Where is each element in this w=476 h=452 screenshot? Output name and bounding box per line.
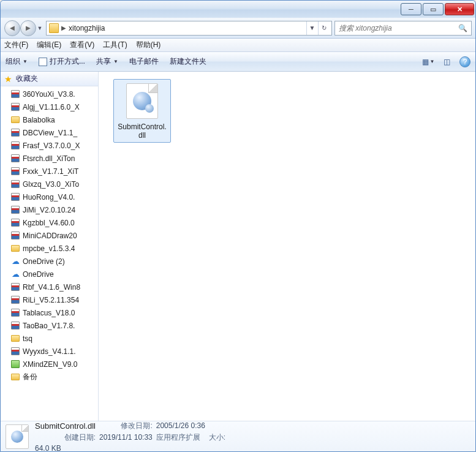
menu-bar: 文件(F) 编辑(E) 查看(V) 工具(T) 帮助(H)	[1, 39, 475, 52]
titlebar[interactable]: ─ ▭ ✕	[1, 1, 475, 18]
sidebar-item[interactable]: ☁OneDrive (2)	[1, 255, 98, 268]
maximize-button[interactable]: ▭	[423, 3, 444, 15]
rar-icon	[10, 309, 20, 317]
sidebar-item-label: DBCView_V1.1_	[23, 129, 77, 137]
email-button[interactable]: 电子邮件	[129, 56, 159, 67]
sidebar-item[interactable]: XMindZEN_V9.0	[1, 358, 98, 371]
details-size-value: 64.0 KB	[35, 444, 96, 453]
rar-icon	[10, 206, 20, 214]
help-button[interactable]: ?	[459, 56, 470, 67]
menu-tools[interactable]: 工具(T)	[103, 40, 127, 50]
sidebar-item[interactable]: Algj_V1.11.6.0_X	[1, 100, 98, 113]
rar-icon	[10, 193, 20, 202]
folder-icon	[10, 116, 20, 124]
folder-icon	[49, 23, 59, 33]
minimize-button[interactable]: ─	[401, 3, 421, 15]
cloud-icon: ☁	[10, 257, 20, 266]
details-create-label: 创建日期:	[53, 432, 96, 443]
address-text[interactable]: xitongzhijia	[69, 24, 304, 32]
share-button[interactable]: 共享▼	[96, 56, 118, 67]
menu-file[interactable]: 文件(F)	[4, 40, 28, 50]
sidebar-item-label: TaoBao_V1.7.8.	[23, 322, 75, 330]
sidebar-item[interactable]: MiniCADDraw20	[1, 229, 98, 242]
history-dropdown[interactable]: ▼	[36, 25, 43, 31]
sidebar-item[interactable]: Kgzbbl_V4.60.0	[1, 216, 98, 229]
sidebar-item-label: Kgzbbl_V4.60.0	[23, 219, 75, 227]
green-icon	[10, 360, 20, 369]
sidebar-item[interactable]: Rbf_V4.1.6_Win8	[1, 281, 98, 293]
details-text: SubmitControl.dll 修改日期: 2005/1/26 0:36 创…	[35, 421, 225, 453]
rar-icon	[10, 103, 20, 111]
sidebar-item[interactable]: Fxxk_V1.7.1_XiT	[1, 165, 98, 178]
details-pane: SubmitControl.dll 修改日期: 2005/1/26 0:36 创…	[1, 421, 475, 451]
sidebar-item[interactable]: tsq	[1, 332, 98, 345]
sidebar-item-label: RiLi_V5.2.11.354	[23, 296, 79, 304]
sidebar-item-label: JiMi_V2.0.10.24	[23, 206, 75, 214]
open-with-button[interactable]: 打开方式...	[39, 56, 85, 67]
sidebar: ★ 收藏夹 360YouXi_V3.8.Algj_V1.11.6.0_XBala…	[1, 72, 99, 421]
sidebar-item-label: Ftsrch.dll_XiTon	[23, 154, 75, 163]
sidebar-item[interactable]: 360YouXi_V3.8.	[1, 88, 98, 100]
cloud-icon: ☁	[10, 270, 20, 279]
new-folder-button[interactable]: 新建文件夹	[170, 56, 206, 67]
rar-icon	[10, 141, 20, 150]
menu-help[interactable]: 帮助(H)	[136, 40, 161, 50]
sidebar-item[interactable]: DBCView_V1.1_	[1, 126, 98, 139]
rar-icon	[10, 283, 20, 292]
favorites-label: 收藏夹	[16, 73, 38, 84]
sidebar-item-label: MiniCADDraw20	[23, 232, 77, 240]
file-tile-selected[interactable]: SubmitControl.dll	[113, 79, 171, 143]
sidebar-item-label: 360YouXi_V3.8.	[23, 90, 75, 99]
sidebar-item[interactable]: TaoBao_V1.7.8.	[1, 319, 98, 332]
toolbar: 组织▼ 打开方式... 共享▼ 电子邮件 新建文件夹 ▦▼ ◫ ?	[1, 52, 475, 72]
sidebar-item[interactable]: ☁OneDrive	[1, 268, 98, 281]
rar-icon	[10, 296, 20, 304]
sidebar-item-label: 备份	[23, 372, 37, 382]
details-file-icon	[6, 424, 29, 449]
sidebar-item[interactable]: Wyyxds_V4.1.1.	[1, 345, 98, 358]
sidebar-item[interactable]: Balabolka	[1, 113, 98, 126]
sidebar-item[interactable]: Tablacus_V18.0	[1, 306, 98, 319]
organize-button[interactable]: 组织▼	[6, 56, 28, 67]
sidebar-item[interactable]: RiLi_V5.2.11.354	[1, 293, 98, 306]
star-icon: ★	[4, 74, 12, 84]
search-icon[interactable]: 🔍	[458, 24, 467, 32]
sidebar-item[interactable]: HuoRong_V4.0.	[1, 190, 98, 203]
close-button[interactable]: ✕	[445, 3, 474, 15]
rar-icon	[10, 232, 20, 240]
sidebar-item-label: Frasf_V3.7.0.0_X	[23, 141, 80, 150]
favorites-header[interactable]: ★ 收藏夹	[1, 72, 98, 86]
address-dropdown[interactable]: ▼	[306, 21, 317, 35]
menu-view[interactable]: 查看(V)	[70, 40, 94, 50]
sidebar-item-label: XMindZEN_V9.0	[23, 360, 77, 369]
window-buttons: ─ ▭ ✕	[399, 3, 474, 15]
sidebar-item[interactable]: Frasf_V3.7.0.0_X	[1, 139, 98, 152]
address-bar[interactable]: ▶ xitongzhijia ▼ ↻	[46, 21, 332, 36]
search-input[interactable]	[339, 24, 455, 32]
forward-button[interactable]: ►	[20, 20, 36, 36]
content-area[interactable]: SubmitControl.dll	[99, 72, 475, 421]
sidebar-item-label: Wyyxds_V4.1.1.	[23, 347, 76, 356]
view-options-button[interactable]: ▦▼	[423, 56, 434, 67]
sidebar-item[interactable]: Glxzq_V3.0_XiTo	[1, 178, 98, 190]
details-create-value: 2019/11/1 10:33	[99, 433, 153, 442]
sidebar-list: 360YouXi_V3.8.Algj_V1.11.6.0_XBalabolkaD…	[1, 86, 98, 385]
chevron-down-icon: ▼	[113, 59, 118, 64]
details-size-label: 大小:	[209, 432, 225, 443]
sidebar-item[interactable]: Ftsrch.dll_XiTon	[1, 152, 98, 165]
details-mod-label: 修改日期:	[99, 421, 153, 431]
nav-arrows: ◄ ► ▼	[4, 20, 43, 36]
sidebar-item[interactable]: mpcbe_v1.5.3.4	[1, 242, 98, 255]
menu-edit[interactable]: 编辑(E)	[37, 40, 61, 50]
sidebar-item[interactable]: 备份	[1, 371, 98, 383]
body: ★ 收藏夹 360YouXi_V3.8.Algj_V1.11.6.0_XBala…	[1, 72, 475, 421]
folder-icon	[10, 244, 20, 253]
back-button[interactable]: ◄	[4, 20, 20, 36]
sidebar-item[interactable]: JiMi_V2.0.10.24	[1, 203, 98, 216]
chevron-right-icon[interactable]: ▶	[61, 24, 66, 31]
sidebar-item-label: Rbf_V4.1.6_Win8	[23, 283, 80, 292]
preview-pane-button[interactable]: ◫	[441, 56, 452, 67]
refresh-button[interactable]: ↻	[318, 21, 329, 35]
search-box[interactable]: 🔍	[334, 21, 472, 36]
rar-icon	[10, 322, 20, 330]
